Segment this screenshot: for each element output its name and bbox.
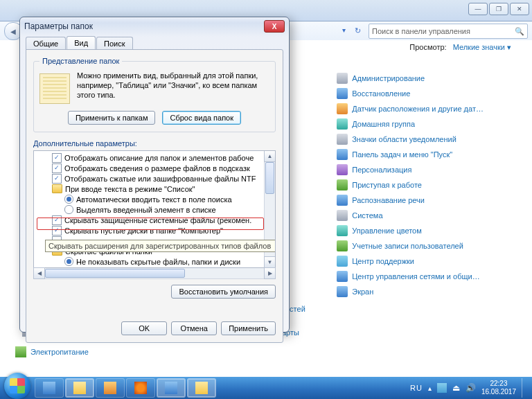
- tree-row[interactable]: При вводе текста в режиме "Список": [34, 184, 275, 194]
- control-panel-item[interactable]: Система: [337, 208, 525, 222]
- media-icon: [104, 382, 116, 394]
- taskbar-firefox[interactable]: [126, 378, 155, 398]
- cp-item-label: Персонализация: [352, 166, 411, 174]
- tree-row[interactable]: ✓Скрывать защищенные системные файлы (ре…: [34, 215, 275, 225]
- taskbar-explorer[interactable]: [65, 378, 94, 398]
- scroll-right-button[interactable]: ▶: [264, 267, 276, 279]
- control-panel-item[interactable]: Значки области уведомлений: [337, 132, 525, 146]
- cp-item-label: Учетные записи пользователей: [352, 242, 463, 250]
- power-options-link[interactable]: Электропитание: [15, 346, 89, 357]
- ok-button[interactable]: OK: [121, 321, 167, 335]
- control-panel-item[interactable]: Приступая к работе: [337, 177, 525, 192]
- ie-icon: [43, 382, 55, 394]
- scroll-up-button[interactable]: ▲: [264, 150, 276, 162]
- taskbar-clock[interactable]: 22:23 16.08.2017: [481, 380, 516, 396]
- close-window-button[interactable]: ✕: [510, 3, 529, 15]
- radio-icon[interactable]: [64, 257, 73, 266]
- dropdown-icon[interactable]: ▾: [342, 26, 352, 36]
- folder-view-icon: [39, 73, 70, 104]
- safely-remove-icon[interactable]: ⏏: [452, 383, 460, 393]
- search-input[interactable]: Поиск в панели управления 🔍: [369, 24, 528, 39]
- control-panel-item[interactable]: Экран: [337, 284, 525, 299]
- cp-item-label: Центр поддержки: [352, 257, 414, 265]
- dialog-title: Параметры папок: [20, 17, 289, 35]
- control-panel-item[interactable]: Домашняя группа: [337, 116, 525, 131]
- control-panel-item[interactable]: Персонализация: [337, 162, 525, 177]
- cp-item-label: Домашняя группа: [352, 120, 415, 128]
- minimize-button[interactable]: —: [468, 3, 488, 15]
- dialog-close-button[interactable]: X: [264, 20, 285, 33]
- control-panel-item[interactable]: Центр поддержки: [337, 254, 525, 268]
- tree-horizontal-scrollbar[interactable]: ◀ ▶: [33, 268, 276, 279]
- tree-row-label: Скрывать защищенные системные файлы (рек…: [64, 216, 251, 224]
- scroll-thumb-v[interactable]: [265, 162, 274, 194]
- checkbox-icon[interactable]: ✓: [52, 174, 62, 184]
- checkbox-icon[interactable]: ✓: [52, 226, 62, 236]
- cancel-button[interactable]: Отмена: [171, 321, 217, 335]
- tray-show-hidden-icon[interactable]: ▴: [428, 384, 432, 392]
- taskbar-dialog[interactable]: [187, 378, 216, 398]
- apply-to-folders-button[interactable]: Применить к папкам: [68, 111, 156, 125]
- tree-row[interactable]: Автоматически вводить текст в поле поиск…: [34, 194, 275, 204]
- advanced-settings-label: Дополнительные параметры:: [33, 139, 276, 148]
- control-panel-item[interactable]: Датчик расположения и другие дат…: [337, 101, 525, 116]
- control-panel-item[interactable]: Администрирование: [337, 71, 525, 85]
- cp-item-label: Панель задач и меню "Пуск": [352, 150, 452, 159]
- cp-item-label: Значки области уведомлений: [352, 135, 456, 143]
- tab-search[interactable]: Поиск: [96, 37, 132, 51]
- folder-icon: [73, 382, 86, 394]
- taskbar-control-panel[interactable]: [157, 378, 186, 398]
- system-tray: RU ▴ ⏏ 🔊 22:23 16.08.2017: [410, 378, 528, 398]
- advanced-settings-tree[interactable]: ✓Отображать описание для папок и элемент…: [33, 150, 276, 268]
- scroll-thumb-h[interactable]: [45, 269, 185, 278]
- volume-icon[interactable]: 🔊: [466, 383, 476, 393]
- taskbar-ie[interactable]: [35, 378, 64, 398]
- taskbar-media-player[interactable]: [96, 378, 125, 398]
- cp-item-icon: [337, 149, 348, 160]
- apply-button[interactable]: Применить: [221, 321, 276, 335]
- language-indicator[interactable]: RU: [410, 384, 423, 392]
- checkbox-icon[interactable]: ✓: [52, 163, 62, 173]
- folder-view-group: Представление папок Можно применить вид,…: [33, 57, 276, 132]
- reset-folders-button[interactable]: Сброс вида папок: [162, 111, 241, 125]
- control-panel-item[interactable]: Панель задач и меню "Пуск": [337, 147, 525, 161]
- control-panel-item[interactable]: Распознавание речи: [337, 193, 525, 207]
- radio-icon[interactable]: [64, 195, 73, 204]
- tab-view[interactable]: Вид: [66, 36, 96, 50]
- checkbox-icon[interactable]: ✓: [52, 215, 62, 225]
- restore-defaults-button[interactable]: Восстановить умолчания: [171, 285, 276, 299]
- scroll-down-button[interactable]: ▼: [264, 256, 276, 268]
- show-desktop-button[interactable]: [522, 378, 528, 398]
- tree-row[interactable]: ✓Отображать сведения о размере файлов в …: [34, 163, 275, 173]
- start-button[interactable]: [4, 373, 30, 399]
- control-panel-item[interactable]: Управление цветом: [337, 223, 525, 238]
- maximize-button[interactable]: ❐: [489, 3, 508, 15]
- cp-item-icon: [337, 240, 348, 251]
- tree-row-label: Отображать описание для папок и элементо…: [64, 154, 254, 162]
- control-panel-item[interactable]: Учетные записи пользователей: [337, 238, 525, 253]
- radio-icon[interactable]: [64, 205, 73, 214]
- scroll-left-button[interactable]: ◀: [33, 267, 45, 279]
- tree-row[interactable]: ✓Скрывать пустые диски в папке "Компьюте…: [34, 225, 275, 236]
- cp-item-icon: [337, 271, 348, 282]
- cp-item-label: Датчик расположения и другие дат…: [352, 105, 484, 113]
- cp-item-icon: [337, 88, 348, 99]
- tree-row[interactable]: ✓Отображать сжатые или зашифрованные фай…: [34, 173, 275, 184]
- control-panel-item-list: АдминистрированиеВосстановлениеДатчик ра…: [330, 40, 532, 377]
- tree-row[interactable]: ✓Отображать описание для папок и элемент…: [34, 152, 275, 163]
- refresh-icon[interactable]: ↻: [355, 26, 364, 36]
- cp-item-label: Администрирование: [352, 74, 425, 82]
- cp-item-icon: [337, 286, 348, 297]
- control-panel-item[interactable]: Центр управления сетями и общи…: [337, 269, 525, 283]
- folder-icon: [52, 184, 62, 193]
- tree-row[interactable]: Выделять введенный элемент в списке: [34, 204, 275, 215]
- action-center-icon[interactable]: [437, 383, 447, 393]
- tree-row[interactable]: Не показывать скрытые файлы, папки и дис…: [34, 256, 275, 267]
- cp-item-icon: [337, 195, 348, 206]
- view-mode-selector[interactable]: Просмотр: Мелкие значки ▾: [409, 43, 511, 52]
- tab-general[interactable]: Общие: [26, 37, 66, 51]
- checkbox-icon[interactable]: ✓: [52, 153, 62, 163]
- control-panel-item[interactable]: Восстановление: [337, 86, 525, 100]
- folder-view-legend: Представление папок: [39, 57, 122, 65]
- cp-item-icon: [337, 73, 348, 84]
